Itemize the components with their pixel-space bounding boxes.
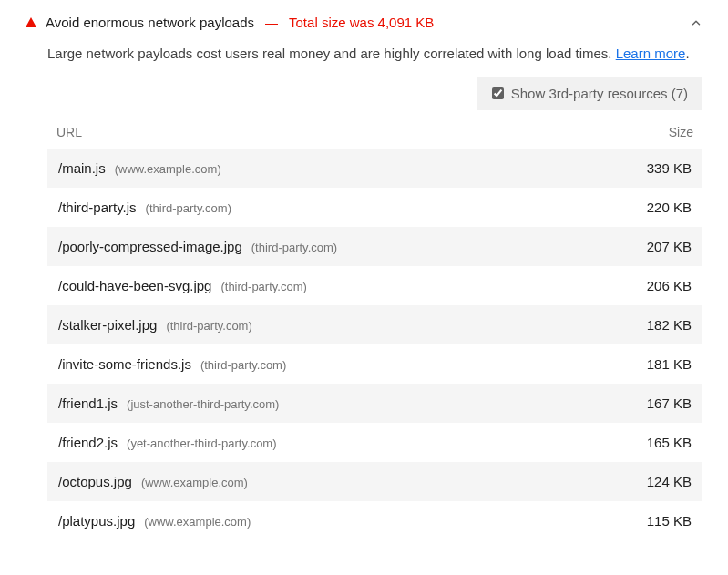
table-row: /friend2.js(yet-another-third-party.com)… bbox=[47, 423, 702, 462]
third-party-filter-label: Show 3rd-party resources (7) bbox=[511, 86, 688, 101]
table-row: /octopus.jpg(www.example.com)124 KB bbox=[47, 462, 702, 501]
resource-host: (third-party.com) bbox=[166, 319, 251, 333]
audit-panel: Avoid enormous network payloads — Total … bbox=[0, 0, 728, 540]
url-cell: /third-party.js(third-party.com) bbox=[58, 200, 231, 215]
audit-body: Large network payloads cost users real m… bbox=[26, 43, 702, 540]
resource-size: 165 KB bbox=[647, 435, 692, 450]
resource-host: (just-another-third-party.com) bbox=[127, 397, 279, 411]
third-party-checkbox[interactable] bbox=[492, 87, 504, 99]
description-suffix: . bbox=[685, 46, 689, 61]
separator: — bbox=[263, 15, 280, 30]
resource-host: (third-party.com) bbox=[220, 280, 306, 293]
resource-size: 181 KB bbox=[647, 356, 692, 372]
resource-size: 206 KB bbox=[647, 278, 692, 293]
table-header: URL Size bbox=[47, 119, 702, 149]
resource-size: 339 KB bbox=[647, 160, 692, 176]
url-cell: /main.js(www.example.com) bbox=[58, 160, 221, 176]
description-text: Large network payloads cost users real m… bbox=[47, 46, 616, 61]
resource-size: 115 KB bbox=[647, 513, 692, 529]
url-cell: /stalker-pixel.jpg(third-party.com) bbox=[58, 317, 252, 333]
resource-size: 124 KB bbox=[647, 474, 692, 489]
url-cell: /octopus.jpg(www.example.com) bbox=[58, 474, 248, 489]
url-cell: /friend1.js(just-another-third-party.com… bbox=[58, 395, 279, 411]
table-row: /main.js(www.example.com)339 KB bbox=[47, 149, 702, 188]
resource-host: (third-party.com) bbox=[251, 241, 337, 254]
filter-row: Show 3rd-party resources (7) bbox=[47, 77, 702, 110]
resource-size: 167 KB bbox=[647, 395, 692, 411]
column-size: Size bbox=[669, 125, 693, 139]
resource-host: (third-party.com) bbox=[200, 358, 286, 372]
url-cell: /friend2.js(yet-another-third-party.com) bbox=[58, 435, 277, 450]
warning-triangle-icon bbox=[26, 17, 36, 27]
resource-size: 182 KB bbox=[647, 317, 692, 333]
learn-more-link[interactable]: Learn more bbox=[616, 46, 686, 61]
resource-host: (third-party.com) bbox=[146, 201, 231, 215]
resource-path: /octopus.jpg bbox=[58, 474, 132, 489]
resource-path: /third-party.js bbox=[58, 200, 137, 215]
third-party-filter[interactable]: Show 3rd-party resources (7) bbox=[477, 77, 702, 110]
url-cell: /poorly-compressed-image.jpg(third-party… bbox=[58, 239, 337, 254]
url-cell: /invite-some-friends.js(third-party.com) bbox=[58, 356, 286, 372]
table-row: /could-have-been-svg.jpg(third-party.com… bbox=[47, 266, 702, 305]
resource-path: /invite-some-friends.js bbox=[58, 356, 191, 372]
resource-path: /friend1.js bbox=[58, 395, 118, 411]
audit-result: Total size was 4,091 KB bbox=[289, 15, 434, 30]
audit-title: Avoid enormous network payloads bbox=[46, 15, 254, 30]
resource-size: 207 KB bbox=[647, 239, 692, 254]
resource-path: /main.js bbox=[58, 160, 106, 176]
resource-host: (www.example.com) bbox=[144, 515, 251, 529]
table-row: /friend1.js(just-another-third-party.com… bbox=[47, 384, 702, 423]
resource-host: (yet-another-third-party.com) bbox=[127, 436, 276, 450]
resource-host: (www.example.com) bbox=[141, 476, 248, 489]
table-row: /third-party.js(third-party.com)220 KB bbox=[47, 188, 702, 227]
table-body: /main.js(www.example.com)339 KB/third-pa… bbox=[47, 149, 702, 540]
audit-description: Large network payloads cost users real m… bbox=[47, 43, 702, 64]
resource-host: (www.example.com) bbox=[115, 162, 221, 176]
chevron-up-icon[interactable] bbox=[690, 16, 702, 29]
table-row: /poorly-compressed-image.jpg(third-party… bbox=[47, 227, 702, 266]
table-row: /stalker-pixel.jpg(third-party.com)182 K… bbox=[47, 305, 702, 344]
table-row: /platypus.jpg(www.example.com)115 KB bbox=[47, 501, 702, 540]
table-row: /invite-some-friends.js(third-party.com)… bbox=[47, 344, 702, 384]
url-cell: /could-have-been-svg.jpg(third-party.com… bbox=[58, 278, 307, 293]
audit-header[interactable]: Avoid enormous network payloads — Total … bbox=[26, 11, 702, 43]
resource-path: /stalker-pixel.jpg bbox=[58, 317, 157, 333]
column-url: URL bbox=[56, 125, 82, 139]
resource-size: 220 KB bbox=[647, 200, 692, 215]
resource-path: /friend2.js bbox=[58, 435, 118, 450]
resource-path: /platypus.jpg bbox=[58, 513, 135, 529]
resource-path: /could-have-been-svg.jpg bbox=[58, 278, 211, 293]
url-cell: /platypus.jpg(www.example.com) bbox=[58, 513, 251, 529]
resource-path: /poorly-compressed-image.jpg bbox=[58, 239, 242, 254]
